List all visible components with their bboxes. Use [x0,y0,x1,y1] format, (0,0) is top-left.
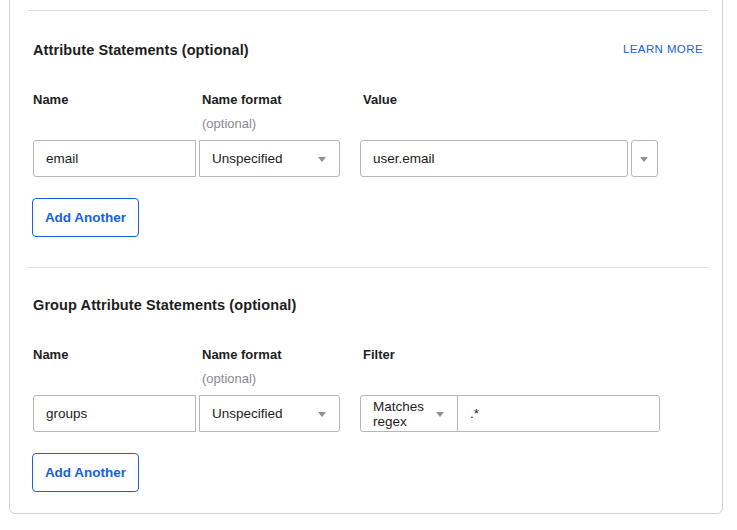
add-another-attribute-button[interactable]: Add Another [32,198,139,237]
group-attribute-statements-title: Group Attribute Statements (optional) [33,297,296,313]
filter-value-input[interactable] [458,396,659,431]
saml-settings-panel: Attribute Statements (optional) LEARN MO… [0,0,737,530]
group-attribute-name-input[interactable] [33,395,196,432]
value-column-header: Value [363,92,397,107]
panel-card [9,0,723,514]
attribute-value-input[interactable] [360,140,628,177]
filter-type-select[interactable]: Matches regex [361,396,458,431]
attribute-name-format-value: Unspecified [212,151,283,166]
section-divider [28,267,708,268]
name-format-column-header: Name format [202,92,281,107]
name-format-optional-note: (optional) [202,116,256,131]
attribute-name-input[interactable] [33,140,196,177]
name-column-header: Name [33,92,68,107]
group-attribute-name-format-select[interactable]: Unspecified [199,395,340,432]
attribute-name-format-select[interactable]: Unspecified [199,140,340,177]
filter-column-header: Filter [363,347,395,362]
chevron-down-icon [436,412,444,417]
group-attribute-name-format-value: Unspecified [212,406,283,421]
attribute-statements-title: Attribute Statements (optional) [33,42,249,58]
section-divider [28,10,708,11]
group-name-column-header: Name [33,347,68,362]
learn-more-link[interactable]: LEARN MORE [623,43,703,55]
chevron-down-icon [318,412,326,417]
group-name-format-optional-note: (optional) [202,371,256,386]
group-name-format-column-header: Name format [202,347,281,362]
attribute-value-dropdown-button[interactable] [631,140,658,177]
chevron-down-icon [640,157,648,162]
group-filter-combo: Matches regex [360,395,660,432]
add-another-group-attribute-button[interactable]: Add Another [32,453,139,492]
chevron-down-icon [318,157,326,162]
filter-type-value: Matches regex [373,399,431,429]
